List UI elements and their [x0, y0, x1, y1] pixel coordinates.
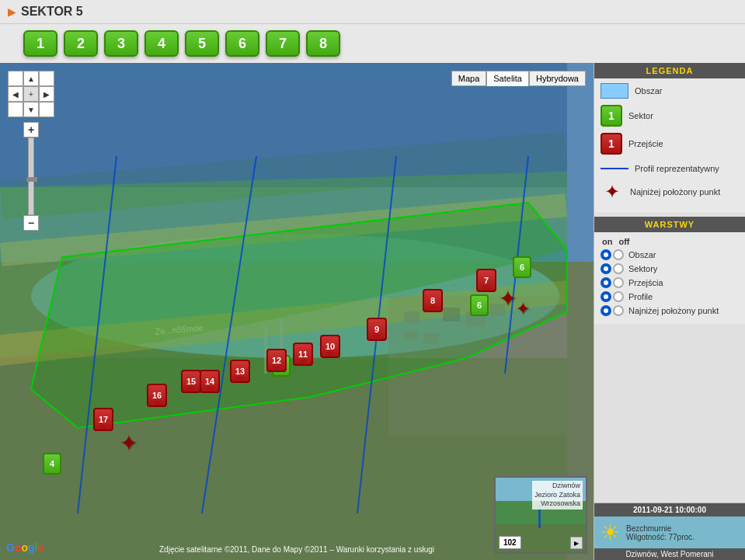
marker-17[interactable]: 17 [93, 408, 113, 431]
warstwy-najnizej-off[interactable] [613, 305, 624, 316]
warstwy-sektory-off[interactable] [613, 263, 624, 274]
warstwy-obszar-row: Obszar [601, 249, 739, 260]
warstwy-przejscia-on[interactable] [601, 277, 611, 288]
marker-10[interactable]: 10 [320, 335, 340, 358]
warstwy-najnizej-label: Najniżej położony punkt [628, 306, 719, 315]
off-label: off [618, 237, 629, 246]
sector-btn-8[interactable]: 8 [306, 30, 340, 57]
weather-info: Bezchmurnie Wilgotność: 77proc. [626, 524, 695, 541]
legend-obszar: Obszar [601, 83, 739, 99]
legend-sektor-icon: 1 [601, 105, 622, 127]
sector-btn-3[interactable]: 3 [104, 30, 138, 57]
warstwy-profile-row: Profile [601, 291, 739, 302]
sector-btn-7[interactable]: 7 [266, 30, 300, 57]
legend-najnizej-label: Najniżej położony punkt [630, 187, 720, 197]
legend-obszar-icon [601, 83, 628, 99]
on-off-labels: on off [601, 237, 739, 246]
marker-8[interactable]: 8 [423, 289, 443, 312]
warstwy-obszar-label: Obszar [628, 250, 656, 259]
marker-14[interactable]: 14 [200, 370, 220, 393]
warstwy-profile-off[interactable] [613, 291, 624, 302]
weather-content: ☀ Bezchmurnie Wilgotność: 77proc. [594, 517, 745, 548]
legend-content: Obszar 1 Sektor 1 Przejście Profil repre… [594, 78, 745, 212]
page-title: SEKTOR 5 [21, 5, 83, 19]
legend-profil-icon [601, 161, 628, 176]
warstwy-content: on off Obszar Sektory Przejścia [594, 232, 745, 324]
mini-map-label: DziwnówJezioro ZatokaWrzosowska [532, 481, 583, 510]
legend-obszar-label: Obszar [635, 86, 662, 96]
header: ▶ SEKTOR 5 [0, 0, 745, 24]
legend-star-icon: ✦ [601, 183, 624, 201]
weather-condition: Bezchmurnie [626, 524, 695, 533]
legend-profil-label: Profil reprezentatywny [635, 164, 719, 173]
weather-humidity: Wilgotność: 77proc. [626, 533, 695, 541]
marker-11[interactable]: 11 [293, 343, 313, 366]
warstwy-przejscia-off[interactable] [613, 277, 624, 288]
legend-przejscie-label: Przejście [628, 139, 663, 148]
legend-najnizej: ✦ Najniżej położony punkt [601, 183, 739, 201]
sidebar: LEGENDA Obszar 1 Sektor 1 Przejście [594, 63, 745, 560]
legend-profil: Profil reprezentatywny [601, 161, 739, 176]
marker-4[interactable]: 4 [43, 453, 61, 475]
map-container[interactable]: Ze...n55mde ▲ ◀ + ▶ [0, 63, 594, 560]
sector-bar: 1 2 3 4 5 6 7 8 [0, 24, 745, 63]
warstwy-przejscia-row: Przejścia [601, 277, 739, 288]
weather-sun-icon: ☀ [601, 520, 620, 545]
legend-przejscie-icon: 1 [601, 133, 622, 155]
legend-sektor: 1 Sektor [601, 105, 739, 127]
legend-przejscie: 1 Przejście [601, 133, 739, 155]
mini-map[interactable]: DziwnówJezioro ZatokaWrzosowska 102 ▶ [494, 476, 587, 554]
sector-btn-2[interactable]: 2 [64, 30, 98, 57]
main-content: Ze...n55mde ▲ ◀ + ▶ [0, 63, 745, 560]
sector-btn-5[interactable]: 5 [185, 30, 219, 57]
warstwy-obszar-off[interactable] [613, 249, 624, 260]
weather-top: ☀ Bezchmurnie Wilgotność: 77proc. [601, 520, 739, 545]
mini-map-expand-btn[interactable]: ▶ [570, 537, 583, 549]
warstwy-profile-label: Profile [628, 292, 653, 301]
weather-date: 2011-09-21 10:00:00 [594, 503, 745, 517]
warstwy-sektory-row: Sektory [601, 263, 739, 274]
marker-6a[interactable]: 6 [470, 294, 489, 316]
weather-panel: 2011-09-21 10:00:00 ☀ Bezchmurnie Wilgot… [594, 503, 745, 560]
warstwy-przejscia-label: Przejścia [628, 278, 663, 287]
marker-13[interactable]: 13 [230, 360, 250, 383]
warstwy-profile-on[interactable] [601, 291, 611, 302]
on-label: on [602, 237, 612, 246]
mini-map-badge: 102 [499, 536, 521, 549]
marker-12[interactable]: 12 [266, 349, 287, 372]
sector-btn-4[interactable]: 4 [144, 30, 179, 57]
star-marker-1[interactable]: ✦ [117, 431, 140, 454]
sector-btn-6[interactable]: 6 [225, 30, 259, 57]
warstwy-header: WARSTWY [594, 217, 745, 232]
sector-btn-1[interactable]: 1 [23, 30, 57, 57]
legend-header: LEGENDA [594, 63, 745, 78]
marker-16[interactable]: 16 [147, 384, 167, 407]
marker-15[interactable]: 15 [181, 370, 201, 393]
header-arrow-icon: ▶ [8, 5, 16, 18]
warstwy-najnizej-on[interactable] [601, 305, 611, 316]
star-marker-3[interactable]: ✦ [511, 297, 534, 321]
marker-6b[interactable]: 6 [513, 256, 531, 278]
warstwy-sektory-on[interactable] [601, 263, 611, 274]
marker-9[interactable]: 9 [367, 318, 387, 341]
marker-7[interactable]: 7 [476, 269, 496, 292]
weather-location: Dziwnów, West Pomerani [594, 548, 745, 560]
warstwy-obszar-on[interactable] [601, 249, 611, 260]
legend-sektor-label: Sektor [628, 111, 653, 120]
warstwy-sektory-label: Sektory [628, 264, 657, 273]
warstwy-najnizej-row: Najniżej położony punkt [601, 305, 739, 316]
